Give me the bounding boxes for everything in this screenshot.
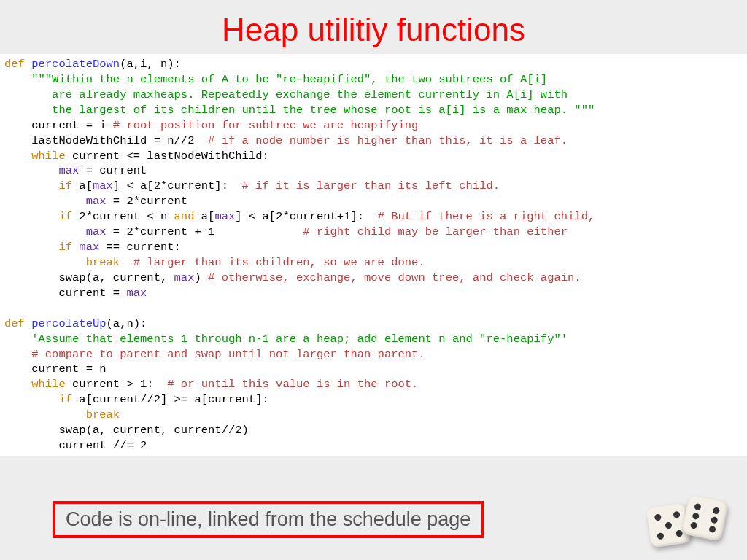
page-title: Heap utilitiy functions (0, 0, 747, 54)
code-line: lastNodeWithChild = n//2 (31, 134, 208, 147)
func-name: percolateDown (31, 58, 120, 71)
comment: # otherwise, exchange, move down tree, a… (208, 271, 581, 284)
code-line: 2*current < n (72, 210, 174, 223)
builtin-max: max (86, 195, 107, 208)
code-line: current = i (31, 119, 113, 132)
builtin-max: max (58, 164, 79, 177)
comment: # root position for subtree we are heapi… (113, 119, 419, 132)
code-line: current > 1: (66, 378, 168, 391)
func-name: percolateUp (31, 317, 106, 330)
code-line: current = (58, 287, 126, 300)
code-block: def percolateDown(a,i, n): """Within the… (0, 54, 747, 456)
code-line: a[ (194, 210, 214, 223)
comment: # compare to parent and swap until not l… (31, 348, 425, 361)
keyword-if: if (58, 210, 72, 223)
code-line: a[ (72, 179, 93, 192)
docstring: """Within the n elements of A to be "re-… (31, 73, 547, 86)
builtin-max: max (126, 287, 147, 300)
comment: # if a node number is higher than this, … (208, 134, 568, 147)
code-line: ] < a[2*current+1]: (235, 210, 377, 223)
code-line: current <= lastNodeWithChild: (66, 149, 269, 163)
code-line: swap(a, current, (58, 271, 174, 284)
docstring: 'Assume that elements 1 through n-1 are … (31, 332, 568, 346)
keyword-if: if (58, 241, 72, 254)
keyword-and: and (174, 210, 195, 223)
params: (a,n): (107, 317, 147, 330)
params: (a,i, n): (120, 58, 181, 71)
docstring: are already maxheaps. Repeatedly exchang… (31, 88, 568, 101)
code-line: = 2*current + 1 (107, 225, 303, 238)
comment: # if it is larger than its left child. (242, 179, 500, 192)
keyword-while: while (31, 378, 66, 391)
builtin-max: max (79, 241, 99, 254)
die-icon (681, 494, 729, 542)
builtin-max: max (174, 271, 195, 284)
note-box: Code is on-line, linked from the schedul… (53, 501, 484, 538)
code-line (72, 241, 79, 254)
keyword-def: def (4, 317, 31, 330)
builtin-max: max (214, 210, 235, 223)
code-line: a[current//2] >= a[current]: (72, 393, 269, 406)
docstring: the largest of its children until the tr… (31, 104, 595, 117)
code-line: = current (79, 164, 147, 177)
keyword-if: if (58, 393, 72, 406)
keyword-while: while (31, 149, 66, 163)
keyword-break: break (86, 408, 120, 421)
keyword-def: def (4, 58, 31, 71)
comment: # right child may be larger than either (303, 225, 568, 238)
code-line: == current: (99, 241, 181, 254)
comment: # But if there is a right child, (378, 210, 595, 223)
code-line: ] < a[2*current]: (113, 179, 242, 192)
code-line: current //= 2 (58, 439, 147, 452)
keyword-break: break (86, 256, 120, 269)
code-line: = 2*current (107, 195, 188, 208)
comment: # or until this value is in the root. (167, 378, 418, 391)
code-line (120, 256, 133, 269)
dice-icon (645, 483, 740, 556)
code-line: swap(a, current, current//2) (58, 424, 248, 437)
code-line: current = n (31, 362, 106, 376)
keyword-if: if (58, 179, 72, 192)
builtin-max: max (93, 179, 113, 192)
builtin-max: max (86, 225, 107, 238)
comment: # larger than its children, so we are do… (133, 256, 425, 269)
code-line: ) (194, 271, 208, 284)
